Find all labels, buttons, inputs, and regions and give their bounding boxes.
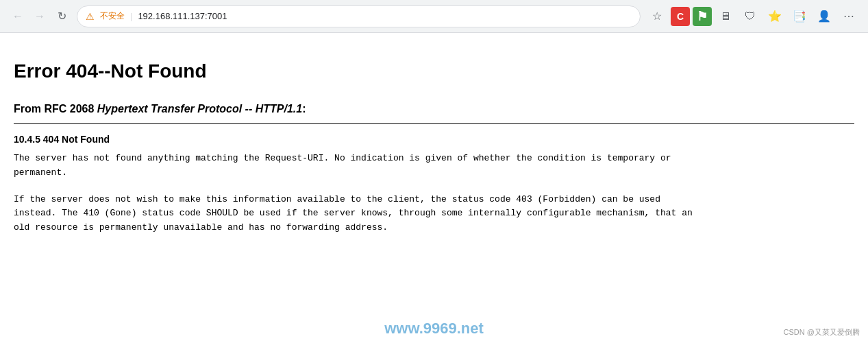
toolbar-icons: ☆ C ⚑ 🖥 🛡 ⭐ 📑 👤 ⋯ xyxy=(646,5,860,27)
forward-button[interactable]: → xyxy=(30,7,49,26)
ext-shield-icon[interactable]: 🛡 xyxy=(739,5,761,27)
rfc-colon: : xyxy=(302,103,306,115)
watermark: www.9969.net xyxy=(384,320,484,338)
rfc-intro: From RFC 2068 xyxy=(14,103,97,115)
ext-green-icon[interactable]: ⚑ xyxy=(693,7,712,26)
csdn-label: CSDN @又菜又爱倒腾 xyxy=(784,327,860,338)
more-button[interactable]: ⋯ xyxy=(838,5,860,27)
nav-buttons: ← → ↻ xyxy=(8,7,71,26)
ext-bookmark-icon[interactable]: 📑 xyxy=(789,5,810,27)
ext-c-icon[interactable]: C xyxy=(671,7,690,26)
separator: | xyxy=(130,11,132,21)
divider xyxy=(14,123,854,124)
error-title: Error 404--Not Found xyxy=(14,60,854,82)
profile-button[interactable]: 👤 xyxy=(813,5,835,27)
browser-chrome: ← → ↻ ⚠ 不安全 | 192.168.111.137:7001 ☆ C ⚑… xyxy=(0,0,868,33)
rfc-heading: From RFC 2068 Hypertext Transfer Protoco… xyxy=(14,103,854,115)
reload-button[interactable]: ↻ xyxy=(52,7,71,26)
address-bar[interactable]: ⚠ 不安全 | 192.168.111.137:7001 xyxy=(77,5,641,27)
rfc-title-italic: Hypertext Transfer Protocol -- HTTP/1.1 xyxy=(97,103,302,115)
paragraph1: The server has not found anything matchi… xyxy=(14,152,854,180)
section-heading: 10.4.5 404 Not Found xyxy=(14,134,854,145)
security-icon: ⚠ xyxy=(86,11,95,22)
ext-monitor-icon[interactable]: 🖥 xyxy=(715,5,736,27)
back-button[interactable]: ← xyxy=(8,7,27,26)
security-text: 不安全 xyxy=(100,10,125,22)
star-button[interactable]: ☆ xyxy=(646,5,668,27)
paragraph2: If the server does not wish to make this… xyxy=(14,193,854,235)
ext-star-icon[interactable]: ⭐ xyxy=(764,5,786,27)
page-content: Error 404--Not Found From RFC 2068 Hyper… xyxy=(0,33,868,343)
url-text: 192.168.111.137:7001 xyxy=(138,11,227,21)
